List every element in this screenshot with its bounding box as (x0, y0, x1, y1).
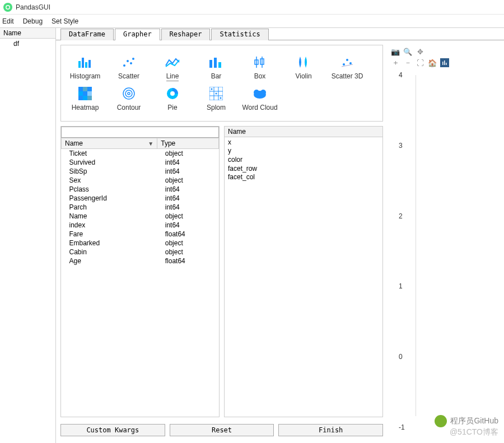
svg-point-9 (132, 58, 134, 60)
svg-point-44 (254, 90, 259, 95)
chart-type-line[interactable]: Line (153, 54, 192, 81)
svg-rect-5 (88, 60, 91, 68)
finish-button[interactable]: Finish (278, 424, 383, 436)
column-row[interactable]: PassengerIdint64 (62, 194, 219, 203)
svg-rect-2 (78, 61, 81, 68)
tab-bar: DataFrame Grapher Reshaper Statistics (56, 28, 504, 40)
column-type: int64 (157, 194, 219, 203)
column-row[interactable]: Sexobject (62, 176, 219, 185)
menu-edit[interactable]: Edit (2, 17, 14, 25)
aesthetic-slot-color[interactable]: color (228, 156, 379, 165)
box-icon (240, 54, 279, 70)
svg-rect-22 (83, 87, 87, 91)
chart-type-scatter[interactable]: Scatter (109, 54, 148, 81)
sort-arrow-icon: ▼ (148, 141, 153, 147)
chart-type-violin[interactable]: Violin (284, 54, 323, 81)
chart-type-scatter-3d[interactable]: Scatter 3D (328, 54, 367, 81)
tab-dataframe[interactable]: DataFrame (60, 29, 114, 40)
app-logo-icon (3, 3, 12, 12)
column-row[interactable]: Agefloat64 (62, 257, 219, 265)
column-type: object (157, 239, 219, 248)
y-tick: -1 (399, 423, 405, 431)
custom-kwargs-button[interactable]: Custom Kwargs (60, 424, 165, 436)
chart-type-splom[interactable]: Splom (197, 86, 236, 111)
svg-point-31 (125, 90, 132, 97)
columns-filter-input[interactable] (61, 127, 219, 138)
histogram-icon (66, 54, 105, 70)
column-name: Fare (62, 230, 157, 239)
svg-rect-48 (446, 63, 447, 65)
column-row[interactable]: Embarkedobject (62, 239, 219, 248)
column-row[interactable]: Ticketobject (62, 148, 219, 158)
svg-rect-24 (78, 91, 83, 96)
tab-grapher[interactable]: Grapher (115, 29, 160, 40)
y-tick: 1 (399, 282, 403, 290)
pan-icon[interactable]: ✥ (416, 47, 424, 56)
svg-rect-47 (444, 60, 445, 65)
plot-toolbar: 📷 🔍 ✥ (388, 45, 500, 58)
chart-type-contour[interactable]: Contour (109, 86, 148, 111)
chart-type-label: Violin (284, 72, 323, 80)
chart-type-pie[interactable]: Pie (153, 86, 192, 111)
aesthetic-slot-facet_row[interactable]: facet_row (228, 165, 379, 174)
y-tick: 0 (399, 353, 403, 361)
column-type: float64 (157, 257, 219, 265)
chart-type-label: Contour (109, 104, 148, 111)
pie-icon (153, 86, 192, 101)
zoom-out-icon[interactable]: － (403, 58, 412, 67)
column-name: Pclass (62, 185, 157, 194)
chart-type-label: Histogram (66, 72, 105, 80)
tab-reshaper[interactable]: Reshaper (161, 29, 211, 40)
reset-button[interactable]: Reset (170, 424, 274, 436)
column-row[interactable]: SibSpint64 (62, 167, 219, 176)
column-name: PassengerId (62, 194, 157, 203)
zoom-in-icon[interactable]: ＋ (391, 58, 400, 67)
svg-rect-29 (87, 96, 92, 100)
chart-type-word-cloud[interactable]: Word Cloud (240, 86, 279, 111)
svg-rect-26 (87, 91, 92, 96)
column-type: object (157, 176, 219, 185)
columns-header-name[interactable]: Name▼ (62, 138, 157, 148)
svg-rect-4 (85, 62, 87, 68)
aesthetic-slot-y[interactable]: y (228, 147, 379, 156)
autoscale-icon[interactable]: ⛶ (416, 58, 424, 67)
menu-debug[interactable]: Debug (23, 17, 43, 25)
columns-header-type[interactable]: Type (157, 138, 219, 148)
heatmap-icon (66, 86, 105, 101)
plotly-logo-icon[interactable] (440, 58, 449, 67)
aesthetics-header[interactable]: Name (225, 127, 382, 137)
column-name: Sex (62, 176, 157, 185)
column-row[interactable]: Parchint64 (62, 203, 219, 212)
svg-rect-28 (83, 96, 87, 100)
zoom-icon[interactable]: 🔍 (403, 47, 412, 56)
plot-preview: 📷 🔍 ✥ ＋ － ⛶ 🏠 43210-1 (388, 45, 500, 439)
column-row[interactable]: Cabinobject (62, 248, 219, 257)
camera-icon[interactable]: 📷 (391, 47, 400, 56)
y-tick: 3 (399, 142, 403, 150)
sidebar-header[interactable]: Name (0, 28, 55, 39)
column-row[interactable]: Nameobject (62, 212, 219, 221)
chart-type-label: Pie (153, 104, 192, 111)
chart-type-bar[interactable]: Bar (197, 54, 236, 81)
chart-type-box[interactable]: Box (240, 54, 279, 81)
svg-point-45 (260, 90, 266, 95)
column-row[interactable]: Survivedint64 (62, 158, 219, 167)
aesthetics-panel: Name xycolorfacet_rowfacet_col (224, 126, 383, 417)
chart-type-label: Scatter (109, 72, 148, 80)
svg-point-7 (127, 60, 129, 62)
chart-type-label: Box (240, 72, 279, 80)
svg-rect-23 (87, 87, 92, 91)
sidebar-item-df[interactable]: df (0, 39, 55, 49)
menu-set-style[interactable]: Set Style (52, 17, 78, 25)
column-row[interactable]: indexint64 (62, 221, 219, 230)
svg-point-41 (216, 93, 217, 95)
aesthetic-slot-x[interactable]: x (228, 138, 379, 147)
chart-type-histogram[interactable]: Histogram (66, 54, 105, 81)
column-row[interactable]: Pclassint64 (62, 185, 219, 194)
home-icon[interactable]: 🏠 (428, 58, 437, 67)
tab-statistics[interactable]: Statistics (211, 29, 268, 40)
column-row[interactable]: Farefloat64 (62, 230, 219, 239)
aesthetic-slot-facet_col[interactable]: facet_col (228, 173, 379, 182)
chart-type-heatmap[interactable]: Heatmap (66, 86, 105, 111)
chart-type-label: Word Cloud (240, 104, 279, 111)
